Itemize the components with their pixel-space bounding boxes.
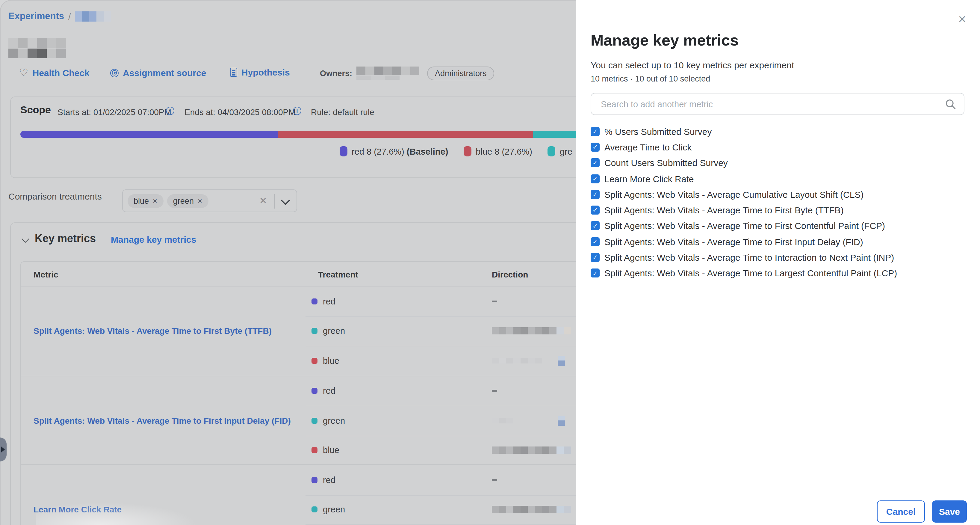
treatment-label: blue [323,445,339,455]
legend-label: gre [560,147,573,156]
cancel-button[interactable]: Cancel [877,500,925,523]
tab-assignment-source[interactable]: Assignment source [110,68,206,78]
collapse-chevron-icon[interactable] [22,235,29,243]
checkbox-checked-icon[interactable]: ✓ [591,190,600,199]
treatment-color-dot [312,328,318,334]
direction-empty [492,300,497,302]
direction-redacted-value [492,356,565,366]
owners-label: Owners: [320,69,352,78]
tab-hypothesis[interactable]: Hypothesis [230,67,290,77]
checkbox-checked-icon[interactable]: ✓ [591,127,600,136]
treatment-label: green [323,505,345,514]
checkbox-checked-icon[interactable]: ✓ [591,158,600,167]
tab-health-check-label: Health Check [33,68,89,78]
metrics-count: 10 metrics · 10 out of 10 selected [591,74,710,83]
checkbox-checked-icon[interactable]: ✓ [591,174,600,183]
column-header-direction: Direction [492,270,528,279]
metric-label: Split Agents: Web Vitals - Average Time … [605,268,897,278]
metric-label: Split Agents: Web Vitals - Average Time … [605,221,885,231]
manage-key-metrics-panel: ✕ Manage key metrics You can select up t… [576,0,980,525]
checkbox-checked-icon[interactable]: ✓ [591,269,600,278]
treatment-label: blue [323,356,339,365]
metric-label: % Users Submitted Survey [605,126,712,136]
direction-empty [492,390,497,392]
metric-list-item[interactable]: ✓Split Agents: Web Vitals - Average Cumu… [591,187,974,202]
metric-list-item[interactable]: ✓Count Users Submitted Survey [591,155,974,171]
tab-hypothesis-label: Hypothesis [242,67,290,77]
checkbox-checked-icon[interactable]: ✓ [591,222,600,230]
treatment-color-dot [312,507,318,513]
metric-list-item[interactable]: ✓% Users Submitted Survey [591,123,974,139]
column-header-metric: Metric [33,270,58,279]
metric-label: Count Users Submitted Survey [605,158,728,168]
metric-list-item[interactable]: ✓Split Agents: Web Vitals - Average Time… [591,218,974,234]
chip-label: green [173,196,194,206]
metric-list-item[interactable]: ✓Split Agents: Web Vitals - Average Time… [591,265,974,281]
remove-chip-icon[interactable]: ✕ [197,198,202,204]
direction-empty [492,479,497,481]
scope-ends-at: Ends at: 04/03/2025 08:00PM [185,107,296,117]
checkbox-checked-icon[interactable]: ✓ [591,253,600,262]
breadcrumb-separator: / [68,11,71,21]
bar-segment-blue [278,131,533,138]
metric-list-item[interactable]: ✓Split Agents: Web Vitals - Average Time… [591,202,974,218]
screen: Experiments / ♡ Health Check Assignment … [0,0,980,525]
legend-label: blue 8 (27.6%) [476,147,532,156]
target-icon [110,69,119,77]
metric-label: Learn More Click Rate [605,174,694,184]
treatment-chip-green[interactable]: green✕ [167,194,208,208]
document-icon [230,68,237,77]
treatment-color-dot [312,358,318,364]
direction-redacted-value [492,506,571,513]
treatment-label: red [323,475,336,485]
chip-label: blue [134,196,149,206]
direction-redacted-value [492,447,571,454]
treatment-label: red [323,386,336,396]
metric-list-item[interactable]: ✓Split Agents: Web Vitals - Average Time… [591,234,974,250]
remove-chip-icon[interactable]: ✕ [153,198,158,204]
redacted-experiment-title [8,38,66,58]
sidebar-expander[interactable] [0,437,6,461]
legend-swatch [340,146,347,156]
treatment-color-dot [312,447,318,453]
metric-label: Split Agents: Web Vitals - Average Time … [605,252,894,263]
metric-search-input[interactable] [600,99,939,109]
metric-list-item[interactable]: ✓Average Time to Click [591,139,974,155]
panel-subtitle: You can select up to 10 key metrics per … [591,60,794,70]
metric-list-item[interactable]: ✓Split Agents: Web Vitals - Average Time… [591,250,974,265]
close-icon[interactable]: ✕ [958,14,967,25]
comparison-treatments-label: Comparison treatments [8,191,102,201]
checkbox-checked-icon[interactable]: ✓ [591,143,600,152]
info-icon[interactable]: i [293,107,301,115]
scope-title: Scope [21,104,51,116]
legend-swatch [548,146,555,156]
tab-health-check[interactable]: ♡ Health Check [19,68,89,78]
treatment-color-dot [312,477,318,483]
redacted-experiment-name [75,11,111,21]
search-icon [945,98,957,110]
treatment-color-dot [312,418,318,424]
save-button[interactable]: Save [932,500,967,523]
breadcrumb-experiments-link[interactable]: Experiments [8,11,64,22]
info-icon[interactable]: i [166,107,174,115]
comparison-treatments-select[interactable]: blue✕green✕ ✕ [122,189,297,212]
clear-selection-icon[interactable]: ✕ [259,195,267,206]
legend-item: gre [548,146,573,156]
redacted-owner-name [356,67,419,80]
legend-swatch [464,146,471,156]
manage-key-metrics-link[interactable]: Manage key metrics [111,235,196,244]
treatment-chip-blue[interactable]: blue✕ [127,194,164,208]
scope-rule: Rule: default rule [311,107,374,117]
legend-baseline-label: (Baseline) [407,147,449,156]
column-header-treatment: Treatment [318,270,358,279]
legend-item: red 8 (27.6%)(Baseline) [340,146,448,156]
metric-list-item[interactable]: ✓Learn More Click Rate [591,171,974,187]
checkbox-checked-icon[interactable]: ✓ [591,206,600,215]
metric-label: Average Time to Click [605,142,692,152]
checkbox-checked-icon[interactable]: ✓ [591,237,600,246]
panel-footer: Cancel Save [576,490,980,525]
hover-glow [36,502,198,525]
arrow-right-icon [1,447,5,453]
chevron-down-icon[interactable] [281,196,290,205]
key-metrics-title: Key metrics [35,233,96,245]
